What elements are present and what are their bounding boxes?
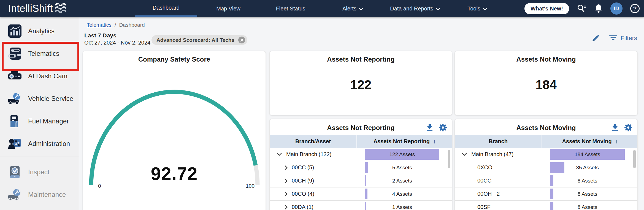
search-icon[interactable]	[577, 4, 587, 13]
safety-score-title: Company Safety Score	[83, 51, 266, 63]
assets-not-moving-table-card: Assets Not Moving	[454, 119, 638, 210]
sidebar-item-maintenance-label: Maintenance	[28, 191, 66, 198]
table-scrollbar[interactable]	[448, 150, 450, 168]
nav-tab-fleet-status[interactable]: Fleet Status	[259, 0, 322, 17]
sidebar-item-vehicle-service[interactable]: Vehicle Service	[0, 87, 79, 110]
table-row[interactable]: 00SF 8 Assets	[455, 201, 637, 210]
assets-not-moving-table-title: Assets Not Moving	[455, 119, 637, 132]
main-content: Telematics / Dashboard Last 7 Days Oct 2…	[79, 17, 644, 210]
col-branch-asset[interactable]: Branch/Asset	[270, 135, 357, 148]
col-assets-not-reporting[interactable]: Assets Not Reporting ↓	[357, 135, 452, 148]
row-label: Main Branch (47)	[471, 151, 513, 158]
download-icon[interactable]	[611, 124, 619, 131]
chevron-down-icon	[436, 5, 440, 12]
breadcrumb-current: Dashboard	[119, 22, 145, 28]
row-label: 00OH - 2	[477, 191, 500, 197]
ai-dash-cam-icon	[8, 69, 22, 83]
date-range-dates[interactable]: Oct 27, 2024 - Nov 2, 2024	[84, 40, 150, 46]
table-scrollbar[interactable]	[633, 150, 636, 168]
assets-not-reporting-table-card: Assets Not Reporting	[269, 119, 452, 210]
sidebar-item-fuel-manager[interactable]: Fuel Manager	[0, 110, 79, 132]
nav-tab-alerts[interactable]: Alerts	[322, 0, 384, 17]
whats-new-button[interactable]: What's New!	[524, 3, 569, 14]
dashboard-actions: Filters	[591, 34, 637, 42]
assets-not-moving-table-header: Branch Assets Not Moving ↓	[455, 135, 637, 148]
row-label: 00CC (5)	[292, 164, 314, 171]
fuel-manager-icon	[8, 114, 22, 128]
gauge-min-label: 0	[98, 183, 101, 189]
table-row[interactable]: 00CC (5) 5 Assets	[270, 161, 452, 174]
date-range-label[interactable]: Last 7 Days	[84, 32, 117, 39]
col-assets-not-reporting-label: Assets Not Reporting	[374, 138, 430, 145]
table-row[interactable]: 00DA (1) 1 Assets	[270, 201, 452, 210]
administration-icon	[8, 137, 22, 151]
sort-descending-icon: ↓	[615, 138, 618, 145]
analytics-icon	[8, 24, 22, 38]
col-branch[interactable]: Branch	[455, 135, 542, 148]
chevron-right-icon[interactable]	[285, 178, 288, 183]
assets-not-reporting-table-title: Assets Not Reporting	[270, 119, 452, 132]
sidebar-item-maintenance[interactable]: Maintenance	[0, 183, 79, 206]
primary-nav: Dashboard Map View Fleet Status Alerts D…	[135, 0, 508, 17]
table-row[interactable]: 0XCO 35 Assets	[455, 161, 637, 174]
nav-tab-dashboard[interactable]: Dashboard	[135, 0, 197, 17]
download-icon[interactable]	[426, 124, 433, 131]
value-label: 2 Assets	[365, 174, 439, 187]
logo-wave-icon	[55, 2, 67, 15]
chevron-right-icon[interactable]	[285, 205, 288, 210]
sidebar-item-telematics[interactable]: Telematics	[0, 42, 79, 65]
sidebar-divider	[0, 156, 79, 156]
sidebar: Analytics Telematics AI	[0, 17, 79, 210]
chevron-down-icon[interactable]	[462, 153, 467, 156]
sidebar-item-telematics-label: Telematics	[28, 50, 59, 57]
breadcrumb-separator: /	[115, 22, 116, 28]
sidebar-item-analytics-label: Analytics	[28, 27, 55, 35]
breadcrumb-telematics-link[interactable]: Telematics	[87, 22, 112, 28]
sidebar-item-analytics[interactable]: Analytics	[0, 20, 79, 42]
nav-right-cluster: What's New! ID ?	[524, 0, 640, 17]
sidebar-item-administration[interactable]: Administration	[0, 132, 79, 155]
settings-gear-icon[interactable]	[624, 123, 632, 132]
value-label: 35 Assets	[550, 161, 625, 174]
table-row[interactable]: 00OH - 2 8 Assets	[455, 187, 637, 201]
sidebar-item-ai-dash-cam[interactable]: AI Dash Cam	[0, 65, 79, 87]
app-logo: IntelliShift	[8, 0, 67, 17]
assets-not-moving-kpi-title: Assets Not Moving	[455, 51, 637, 63]
chevron-right-icon[interactable]	[285, 192, 288, 197]
value-label: 1 Assets	[365, 201, 439, 210]
sidebar-item-administration-label: Administration	[28, 140, 70, 148]
notifications-bell-icon[interactable]	[594, 4, 603, 13]
value-label: 8 Assets	[550, 187, 625, 200]
safety-score-value: 92.72	[83, 163, 266, 184]
chip-close-icon[interactable]	[238, 37, 245, 43]
table-row[interactable]: Main Branch (122) 122 Assets	[270, 148, 452, 161]
nav-tab-alerts-label: Alerts	[342, 5, 356, 12]
table-row[interactable]: Main Branch (47) 184 Assets	[455, 148, 637, 161]
value-label: 184 Assets	[550, 148, 625, 161]
sidebar-item-inspect[interactable]: Inspect	[0, 161, 79, 183]
filter-icon	[609, 35, 617, 42]
chevron-down-icon[interactable]	[277, 153, 282, 156]
filters-button[interactable]: Filters	[609, 35, 637, 42]
chevron-down-icon	[483, 5, 487, 12]
chevron-down-icon	[359, 5, 363, 12]
table-row[interactable]: 00CH (9) 2 Assets	[270, 174, 452, 187]
inspect-icon	[8, 165, 22, 179]
value-label: 4 Assets	[365, 187, 439, 200]
col-assets-not-moving[interactable]: Assets Not Moving ↓	[542, 135, 637, 148]
value-label: 8 Assets	[550, 174, 625, 187]
user-avatar[interactable]: ID	[610, 2, 623, 15]
edit-pencil-icon[interactable]	[591, 34, 600, 42]
help-icon[interactable]: ?	[630, 4, 640, 13]
row-label: 00SF	[477, 204, 491, 210]
table-row[interactable]: 00CC 8 Assets	[455, 174, 637, 187]
nav-tab-map-view[interactable]: Map View	[197, 0, 259, 17]
breadcrumb: Telematics / Dashboard	[87, 22, 145, 28]
sidebar-item-fuel-manager-label: Fuel Manager	[28, 117, 69, 125]
table-row[interactable]: 00CO (4) 4 Assets	[270, 187, 452, 201]
settings-gear-icon[interactable]	[439, 123, 447, 132]
chevron-right-icon[interactable]	[285, 165, 288, 170]
nav-tab-data-and-reports[interactable]: Data and Reports	[384, 0, 446, 17]
nav-tab-map-view-label: Map View	[216, 5, 240, 12]
nav-tab-tools[interactable]: Tools	[446, 0, 508, 17]
